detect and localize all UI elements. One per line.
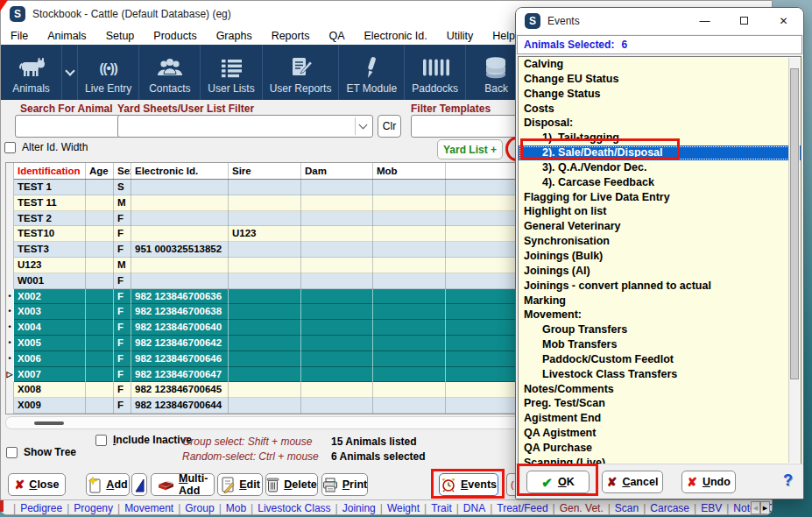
table-cell[interactable] xyxy=(373,195,446,211)
event-list-item[interactable]: Costs xyxy=(519,102,801,117)
event-list-item[interactable]: Flagging for Live Data Entry xyxy=(519,190,801,205)
detail-link-movement[interactable]: Movement xyxy=(120,502,178,514)
add-button[interactable]: Add xyxy=(86,473,130,496)
table-cell[interactable]: 951 000325513852 xyxy=(131,242,229,258)
table-cell[interactable] xyxy=(301,242,373,258)
table-cell[interactable] xyxy=(229,336,301,351)
menu-item[interactable]: Graphs xyxy=(207,27,262,45)
event-list-item[interactable]: QA Agistment xyxy=(519,426,801,441)
table-cell[interactable] xyxy=(373,382,446,398)
table-cell[interactable] xyxy=(86,195,114,211)
include-inactive-checkbox[interactable] xyxy=(95,435,107,446)
detail-link-mob[interactable]: Mob xyxy=(222,502,251,514)
table-cell[interactable]: F xyxy=(114,273,131,289)
table-cell[interactable] xyxy=(373,180,446,195)
event-list-item[interactable]: Movement: xyxy=(519,308,801,322)
table-cell[interactable]: X003 xyxy=(14,304,86,320)
show-tree-checkbox[interactable] xyxy=(6,447,18,458)
table-cell[interactable]: F xyxy=(114,320,131,336)
table-cell[interactable]: X006 xyxy=(14,351,86,367)
table-cell[interactable]: F xyxy=(114,351,131,367)
table-cell[interactable] xyxy=(86,367,114,383)
table-cell[interactable]: TEST 2 xyxy=(14,211,86,227)
event-list-item[interactable]: Change Status xyxy=(519,87,801,102)
animals-dropdown-chevron[interactable] xyxy=(62,45,78,100)
table-cell[interactable] xyxy=(131,180,229,195)
detail-link-trait[interactable]: Trait xyxy=(427,502,456,514)
event-list-item[interactable]: Preg. Test/Scan xyxy=(519,396,801,411)
maximize-button[interactable] xyxy=(724,15,764,27)
table-cell[interactable] xyxy=(131,258,229,273)
table-cell[interactable]: S xyxy=(114,180,131,195)
detail-link-dna[interactable]: DNA xyxy=(459,502,490,514)
table-cell[interactable] xyxy=(373,351,446,367)
table-cell[interactable] xyxy=(131,211,229,227)
toolbar-button[interactable]: User Lists xyxy=(201,45,262,100)
table-cell[interactable] xyxy=(301,180,373,195)
menu-item[interactable]: Setup xyxy=(96,27,145,45)
table-cell[interactable]: 982 123846700636 xyxy=(131,289,229,305)
detail-link-joining[interactable]: Joining xyxy=(338,502,380,514)
event-list-item[interactable]: Joinings (AI) xyxy=(519,264,801,279)
table-cell[interactable] xyxy=(301,367,373,383)
detail-link-ebv[interactable]: EBV xyxy=(696,502,726,514)
table-cell[interactable]: 982 123846700642 xyxy=(131,336,229,351)
toolbar-button[interactable]: ET Module xyxy=(339,45,405,100)
table-cell[interactable] xyxy=(131,195,229,211)
table-cell[interactable] xyxy=(86,351,114,367)
column-header[interactable]: Identification↑ xyxy=(14,163,86,180)
detail-link-treat-feed[interactable]: Treat/Feed xyxy=(492,502,552,514)
event-list-item[interactable]: 3). Q.A./Vendor Dec. xyxy=(519,160,801,175)
event-list-item[interactable]: Calving xyxy=(519,57,801,72)
table-cell[interactable] xyxy=(373,304,446,320)
table-cell[interactable]: X002 xyxy=(14,289,86,305)
column-header[interactable]: Dam xyxy=(301,163,373,180)
table-cell[interactable] xyxy=(86,258,114,273)
help-icon[interactable]: ? xyxy=(783,471,793,490)
toolbar-button[interactable]: Paddocks xyxy=(405,45,466,100)
column-header[interactable]: Mob xyxy=(373,163,446,180)
event-list-item[interactable]: Group Transfers xyxy=(519,322,801,337)
table-cell[interactable] xyxy=(373,289,446,305)
table-cell[interactable]: TEST10 xyxy=(14,226,86,242)
detail-link-weight[interactable]: Weight xyxy=(383,502,424,514)
links-scroll-right-button[interactable]: ▶ xyxy=(760,501,770,514)
table-cell[interactable] xyxy=(131,273,229,289)
menu-item[interactable]: Products xyxy=(144,27,206,45)
detail-link-gen-vet-[interactable]: Gen. Vet. xyxy=(555,502,608,514)
multi-add-button[interactable]: Multi-Add xyxy=(151,473,215,496)
minimize-button[interactable]: — xyxy=(685,15,724,27)
table-cell[interactable] xyxy=(373,367,446,383)
table-cell[interactable]: TEST 11 xyxy=(14,195,86,211)
column-header[interactable]: Electronic Id. xyxy=(131,163,229,180)
detail-link-scan[interactable]: Scan xyxy=(611,502,643,514)
table-cell[interactable]: F xyxy=(114,398,131,414)
table-cell[interactable]: 982 123846700638 xyxy=(131,304,229,320)
table-cell[interactable]: F xyxy=(114,226,131,242)
table-cell[interactable]: X007 xyxy=(14,367,86,383)
alter-id-width-checkbox[interactable] xyxy=(4,142,16,153)
event-list-item[interactable]: Agistment End xyxy=(519,411,801,426)
event-list-item[interactable]: Change EU Status xyxy=(519,72,801,87)
table-cell[interactable] xyxy=(86,242,114,258)
table-cell[interactable] xyxy=(86,211,114,227)
table-cell[interactable] xyxy=(301,258,373,273)
detail-link-progeny[interactable]: Progeny xyxy=(69,502,117,514)
table-cell[interactable] xyxy=(301,226,373,242)
table-cell[interactable]: M xyxy=(114,258,131,273)
detail-link-livestock-class[interactable]: Livestock Class xyxy=(253,502,335,514)
table-cell[interactable]: F xyxy=(114,304,131,320)
table-cell[interactable] xyxy=(373,336,446,351)
undo-button[interactable]: ✘Undo xyxy=(681,471,736,493)
table-cell[interactable] xyxy=(229,289,301,305)
table-cell[interactable] xyxy=(301,304,373,320)
event-list-item[interactable]: 4). Carcase Feedback xyxy=(519,175,801,190)
search-animal-input[interactable] xyxy=(15,115,121,138)
toolbar-button[interactable]: User Reports xyxy=(263,45,340,100)
table-cell[interactable] xyxy=(229,180,301,195)
table-cell[interactable] xyxy=(301,336,373,351)
edit-button[interactable]: Edit xyxy=(217,473,263,496)
event-list-item[interactable]: QA Purchase xyxy=(519,441,801,456)
table-cell[interactable] xyxy=(373,320,446,336)
table-cell[interactable]: 982 123846700640 xyxy=(131,320,229,336)
